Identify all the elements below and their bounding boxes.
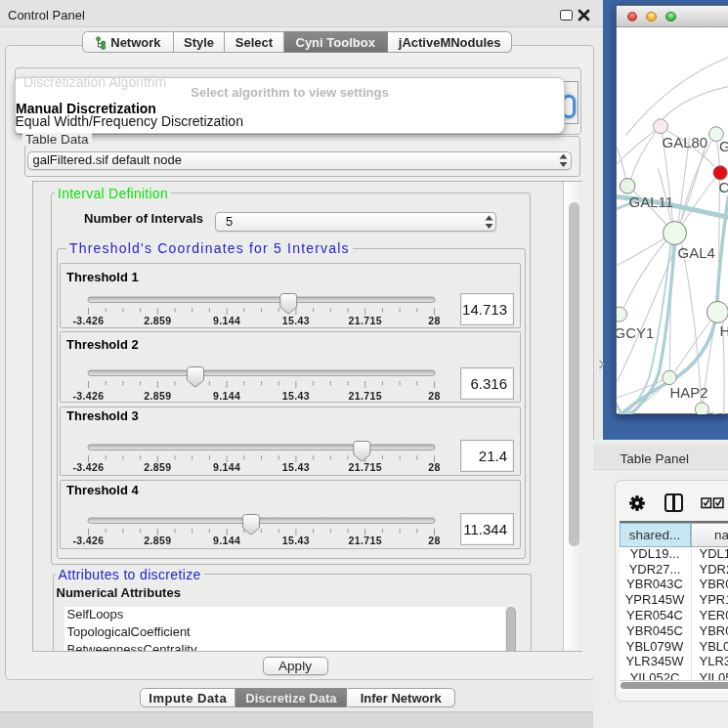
svg-text:-3.426: -3.426 <box>72 535 104 546</box>
svg-text:21.715: 21.715 <box>348 315 382 326</box>
svg-text:-3.426: -3.426 <box>72 315 104 326</box>
svg-text:2.859: 2.859 <box>144 535 171 546</box>
svg-text:GAL11: GAL11 <box>628 193 673 210</box>
svg-text:9.144: 9.144 <box>213 535 240 546</box>
svg-text:21.715: 21.715 <box>348 390 382 402</box>
svg-text:-3.426: -3.426 <box>72 461 104 473</box>
svg-text:GCY1: GCY1 <box>617 323 654 340</box>
svg-text:2.859: 2.859 <box>144 461 171 473</box>
svg-text:28: 28 <box>428 390 440 402</box>
svg-text:28: 28 <box>428 461 440 473</box>
svg-text:-3.426: -3.426 <box>72 390 104 402</box>
svg-text:21.715: 21.715 <box>348 535 382 546</box>
svg-text:21.715: 21.715 <box>348 461 382 473</box>
svg-text:H: H <box>719 322 728 339</box>
svg-text:C: C <box>718 178 728 194</box>
svg-text:9.144: 9.144 <box>213 461 240 473</box>
svg-text:28: 28 <box>428 315 440 326</box>
svg-text:2.859: 2.859 <box>144 390 171 402</box>
svg-text:28: 28 <box>428 535 440 546</box>
svg-text:9.144: 9.144 <box>213 315 240 326</box>
svg-text:GAL80: GAL80 <box>662 134 707 150</box>
svg-text:15.43: 15.43 <box>282 535 310 546</box>
svg-text:15.43: 15.43 <box>282 315 310 326</box>
svg-text:15.43: 15.43 <box>282 390 310 402</box>
svg-text:GA: GA <box>719 137 728 153</box>
svg-text:HAP2: HAP2 <box>669 384 707 401</box>
svg-text:9.144: 9.144 <box>213 390 240 402</box>
svg-text:15.43: 15.43 <box>282 461 310 473</box>
svg-text:2.859: 2.859 <box>144 315 171 326</box>
svg-text:GAL4: GAL4 <box>677 244 714 261</box>
